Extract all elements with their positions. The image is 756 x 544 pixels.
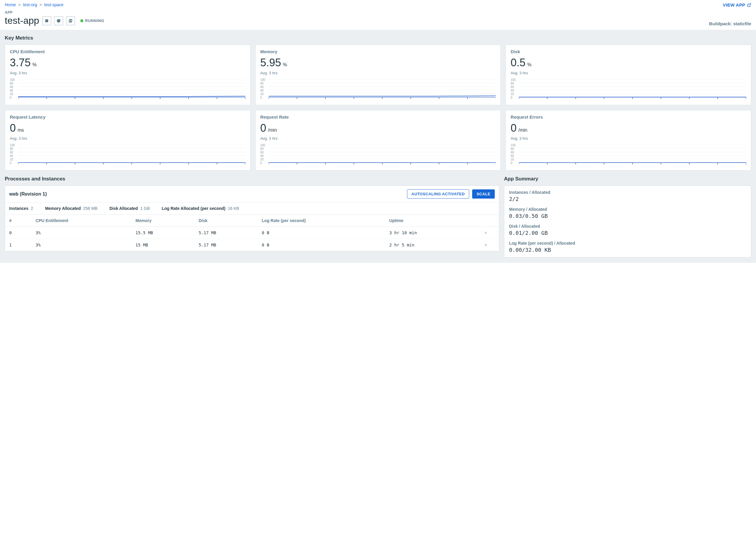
table-row: 03%15.5 MB5.17 MB0 B3 hr 10 min× bbox=[5, 227, 499, 239]
metric-unit: % bbox=[32, 62, 37, 67]
metric-card: Request Errors 0 /min Avg. 3 hrs 1008060… bbox=[505, 110, 751, 171]
breadcrumb-space[interactable]: test-space bbox=[44, 2, 64, 7]
chevron-right-icon: > bbox=[40, 2, 42, 7]
metric-value: 0.5 bbox=[511, 57, 525, 69]
refresh-icon bbox=[68, 19, 73, 23]
metric-value: 0 bbox=[260, 122, 266, 134]
metric-value: 0 bbox=[511, 122, 516, 134]
summary-item: Disk / Allocated0.01/2.00 GB bbox=[509, 224, 746, 236]
metric-card: Disk 0.5 % Avg. 3 hrs 100806040200 bbox=[505, 45, 751, 105]
summary-value: 2/2 bbox=[509, 196, 746, 202]
table-row: 13%15 MB5.17 MB0 B2 hr 5 min× bbox=[5, 239, 499, 251]
allocation-row: Instances2 Memory Allocated256 MB Disk A… bbox=[5, 203, 499, 215]
external-link-icon bbox=[747, 3, 751, 7]
metric-sub: Avg. 3 hrs bbox=[511, 136, 746, 141]
metric-sub: Avg. 3 hrs bbox=[10, 71, 245, 75]
summary-value: 0.00/32.00 KB bbox=[509, 247, 746, 253]
col-uptime: Uptime bbox=[385, 215, 472, 227]
metric-card: Memory 5.95 % Avg. 3 hrs 100806040200 bbox=[255, 45, 501, 105]
close-icon[interactable]: × bbox=[473, 227, 499, 239]
metric-label: Request Rate bbox=[260, 115, 496, 120]
processes-title: Processes and Instances bbox=[5, 176, 499, 182]
status-dot-icon bbox=[80, 19, 83, 22]
metric-sub: Avg. 3 hrs bbox=[511, 71, 746, 75]
scale-button[interactable]: SCALE bbox=[472, 189, 495, 199]
status-badge: RUNNING bbox=[80, 18, 104, 23]
metric-sub: Avg. 3 hrs bbox=[260, 136, 496, 141]
metric-card: Request Latency 0 ms Avg. 3 hrs 10080604… bbox=[5, 110, 251, 171]
metric-sparkline: 100806040200 bbox=[260, 78, 496, 102]
metric-sparkline: 100806040200 bbox=[10, 144, 245, 167]
metric-label: Request Latency bbox=[10, 115, 245, 120]
metric-unit: % bbox=[527, 62, 531, 67]
metric-sparkline: 100806040200 bbox=[511, 78, 746, 102]
metric-value: 3.75 bbox=[10, 57, 31, 69]
process-name: web (Revision 1) bbox=[9, 192, 47, 197]
summary-label: Log Rate (per second) / Allocated bbox=[509, 241, 746, 246]
breadcrumb-home[interactable]: Home bbox=[5, 2, 16, 7]
metric-unit: ms bbox=[18, 128, 24, 133]
buildpack-label: Buildpack: staticfile bbox=[709, 21, 751, 26]
metric-card: Request Rate 0 /min Avg. 3 hrs 100806040… bbox=[255, 110, 501, 171]
metric-sparkline: 100806040200 bbox=[260, 144, 496, 167]
restart-icon bbox=[57, 19, 61, 23]
metric-label: CPU Entitlement bbox=[10, 49, 245, 54]
summary-item: Log Rate (per second) / Allocated0.00/32… bbox=[509, 241, 746, 253]
close-icon[interactable]: × bbox=[473, 239, 499, 251]
metric-value: 0 bbox=[10, 122, 16, 134]
metric-sub: Avg. 3 hrs bbox=[260, 71, 496, 75]
col-cpu: CPU Entitlement bbox=[32, 215, 132, 227]
restage-button[interactable] bbox=[66, 16, 75, 25]
summary-value: 0.03/0.50 GB bbox=[509, 213, 746, 219]
summary-card: Instances / Allocated2/2Memory / Allocat… bbox=[504, 186, 751, 258]
stop-button[interactable] bbox=[42, 16, 51, 25]
restart-button[interactable] bbox=[54, 16, 63, 25]
col-log: Log Rate (per second) bbox=[258, 215, 385, 227]
col-num: # bbox=[5, 215, 32, 227]
summary-value: 0.01/2.00 GB bbox=[509, 230, 746, 236]
metric-label: Memory bbox=[260, 49, 496, 54]
summary-title: App Summary bbox=[504, 176, 751, 182]
chevron-right-icon: > bbox=[18, 2, 21, 7]
metric-sparkline: 100806040200 bbox=[10, 78, 245, 102]
app-title: test-app bbox=[5, 15, 39, 26]
metric-card: CPU Entitlement 3.75 % Avg. 3 hrs 100806… bbox=[5, 45, 251, 105]
metric-label: Disk bbox=[511, 49, 746, 54]
summary-item: Instances / Allocated2/2 bbox=[509, 190, 746, 202]
metric-label: Request Errors bbox=[511, 115, 746, 120]
view-app-link[interactable]: VIEW APP bbox=[723, 2, 751, 7]
svg-line-0 bbox=[749, 4, 751, 5]
metric-value: 5.95 bbox=[260, 57, 281, 69]
summary-label: Disk / Allocated bbox=[509, 224, 746, 229]
breadcrumb: Home > test-org > test-space bbox=[5, 2, 63, 7]
summary-label: Instances / Allocated bbox=[509, 190, 746, 195]
metric-sparkline: 100806040200 bbox=[511, 144, 746, 167]
metric-unit: /min bbox=[518, 128, 527, 133]
stop-icon bbox=[45, 19, 49, 23]
col-disk: Disk bbox=[195, 215, 258, 227]
key-metrics-title: Key Metrics bbox=[5, 35, 751, 41]
breadcrumb-org[interactable]: test-org bbox=[23, 2, 37, 7]
process-card: web (Revision 1) AUTOSCALING ACTIVATED S… bbox=[5, 186, 499, 252]
svg-rect-1 bbox=[45, 19, 48, 22]
col-mem: Memory bbox=[132, 215, 195, 227]
autoscaling-button[interactable]: AUTOSCALING ACTIVATED bbox=[407, 189, 469, 199]
metric-unit: % bbox=[283, 62, 287, 67]
app-label: APP bbox=[5, 10, 104, 15]
summary-label: Memory / Allocated bbox=[509, 207, 746, 212]
summary-item: Memory / Allocated0.03/0.50 GB bbox=[509, 207, 746, 219]
metric-sub: Avg. 3 hrs bbox=[10, 136, 245, 141]
metric-unit: /min bbox=[268, 128, 277, 133]
instances-table: # CPU Entitlement Memory Disk Log Rate (… bbox=[5, 215, 499, 251]
